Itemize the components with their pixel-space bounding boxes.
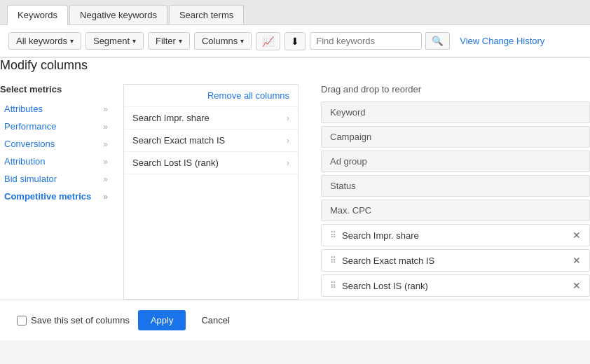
drag-handle-icon: ⠿ [330,255,336,265]
metric-competitive-metrics[interactable]: Competitive metrics » [0,188,112,205]
fixed-col-keyword: Keyword [321,102,590,123]
segment-button[interactable]: Segment ▾ [85,32,144,50]
footer: Save this set of columns Apply Cancel [0,300,590,340]
metrics-panel: Select metrics Attributes » Performance … [0,84,112,300]
save-label[interactable]: Save this set of columns [17,315,130,326]
middle-item-search-exact[interactable]: Search Exact match IS › [124,130,298,152]
all-keywords-button[interactable]: All keywords ▾ [8,32,81,50]
search-submit-button[interactable]: 🔍 [425,32,450,50]
columns-button[interactable]: Columns ▾ [194,32,252,50]
tab-negative-keywords[interactable]: Negative keywords [69,5,167,24]
select-metrics-title: Select metrics [0,84,112,94]
modify-columns-panel: Modify columns Select metrics Attributes… [0,57,590,300]
metric-attributes[interactable]: Attributes » [0,100,112,118]
metric-conversions[interactable]: Conversions » [0,135,112,153]
modify-columns-title: Modify columns [0,58,590,73]
middle-panel: Remove all columns Search Impr. share › … [123,84,299,300]
remove-all-columns-button[interactable]: Remove all columns [207,90,289,101]
drag-drop-title: Drag and drop to reorder [321,84,590,94]
metric-performance[interactable]: Performance » [0,118,112,135]
chevron-right-icon: » [103,157,108,167]
tabs-bar: Keywords Negative keywords Search terms [0,0,590,25]
view-change-history-link[interactable]: View Change History [460,36,544,46]
chevron-down-icon: ▾ [70,37,74,45]
save-set-checkbox[interactable] [17,316,27,326]
tab-keywords[interactable]: Keywords [7,5,68,25]
chevron-right-icon: » [103,122,108,132]
fixed-col-max-cpc: Max. CPC [321,200,590,221]
chevron-right-icon: › [287,113,289,123]
cancel-button[interactable]: Cancel [194,310,236,330]
chevron-right-icon: › [287,158,289,168]
chevron-down-icon: ▾ [179,37,182,45]
middle-item-search-impr[interactable]: Search Impr. share › [124,107,298,130]
columns-layout: Select metrics Attributes » Performance … [0,84,590,300]
metric-bid-simulator[interactable]: Bid simulator » [0,170,112,188]
remove-search-exact-button[interactable]: ✕ [572,255,581,266]
right-panel: Drag and drop to reorder Keyword Campaig… [321,84,590,300]
chevron-down-icon: ▾ [240,37,244,45]
drag-handle-icon: ⠿ [330,230,336,240]
drag-handle-icon: ⠿ [330,281,336,290]
draggable-col-search-impr[interactable]: ⠿ Search Impr. share ✕ [321,224,590,246]
remove-search-impr-button[interactable]: ✕ [572,230,581,241]
remove-search-lost-button[interactable]: ✕ [572,280,581,291]
fixed-col-ad-group: Ad group [321,150,590,172]
chevron-right-icon: » [103,139,108,149]
apply-button[interactable]: Apply [138,310,186,330]
filter-button[interactable]: Filter ▾ [148,32,190,50]
middle-item-search-lost[interactable]: Search Lost IS (rank) › [124,152,298,174]
chevron-right-icon: » [103,104,108,114]
chevron-right-icon: › [287,136,289,146]
find-keywords-input[interactable] [310,32,422,50]
draggable-col-search-lost[interactable]: ⠿ Search Lost IS (rank) ✕ [321,274,590,297]
fixed-col-campaign: Campaign [321,126,590,148]
remove-all-area: Remove all columns [124,85,298,107]
draggable-col-search-exact[interactable]: ⠿ Search Exact match IS ✕ [321,249,590,272]
download-icon-button[interactable]: ⬇ [284,32,306,50]
toolbar: All keywords ▾ Segment ▾ Filter ▾ Column… [0,25,590,57]
chevron-down-icon: ▾ [132,37,136,45]
fixed-col-status: Status [321,175,590,197]
metric-attribution[interactable]: Attribution » [0,153,112,170]
chevron-right-icon: » [103,192,108,202]
chart-icon-button[interactable]: 📈 [256,32,280,50]
chevron-right-icon: » [103,174,108,184]
tab-search-terms[interactable]: Search terms [169,5,244,24]
